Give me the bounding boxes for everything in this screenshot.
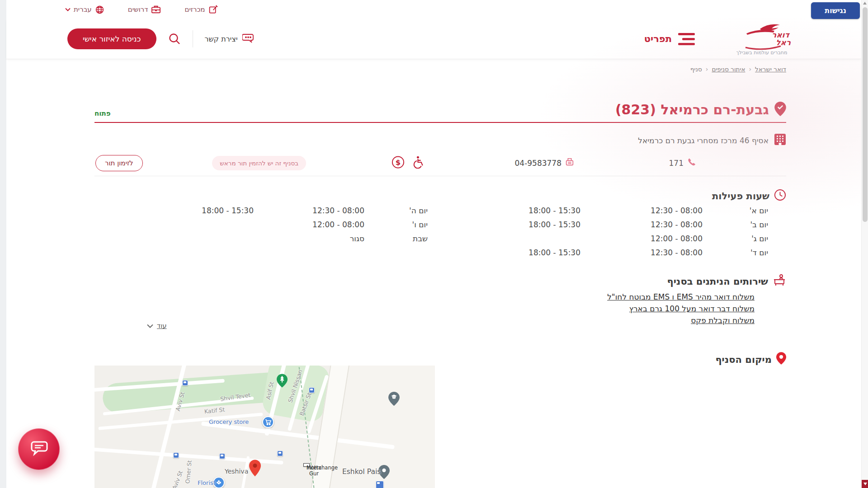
- yeshiva-label[interactable]: Yeshiva: [225, 468, 248, 475]
- services-title-label: שירותים הניתנים בסניף: [667, 276, 768, 287]
- day-label: יום ד': [716, 248, 768, 257]
- accessibility-button[interactable]: נגישות: [811, 2, 860, 19]
- branch-pin-icon: [774, 102, 786, 118]
- contact-us-link[interactable]: יצירת קשר: [205, 33, 254, 45]
- location-title-label: מיקום הסניף: [715, 354, 772, 365]
- breadcrumb-separator: ‹: [706, 66, 708, 73]
- morning-hours: 12:30 - 08:00: [594, 206, 703, 215]
- transit-station-icon[interactable]: [277, 450, 283, 456]
- header-actions: יצירת קשר כניסה לאיזור אישי: [67, 28, 254, 49]
- florist-label[interactable]: Florist: [198, 479, 216, 486]
- branch-title-row: גבעת-רם כרמיאל (823) פתוח: [94, 97, 786, 123]
- breadcrumb-separator: ‹: [749, 66, 752, 73]
- service-link-fax[interactable]: משלוח וקבלת פקס: [607, 316, 755, 325]
- israel-post-logo[interactable]: דואר ישראל מחברים עולמות בשבילך: [730, 23, 793, 56]
- grocery-store-icon[interactable]: [262, 416, 274, 428]
- hours-row: יום ה' 12:30 - 08:00 18:00 - 15:30: [94, 205, 440, 216]
- day-label: יום ה': [369, 206, 428, 215]
- morning-hours: 12:00 - 08:00: [594, 234, 703, 243]
- more-label: עוד: [157, 322, 167, 330]
- evening-hours: 18:00 - 15:30: [147, 206, 254, 215]
- transit-station-icon[interactable]: [309, 387, 315, 393]
- morning-hours: סגור: [258, 234, 364, 243]
- page-sheet: מכרזים דרושים עברית: [6, 0, 861, 488]
- breadcrumb: דואר ישראל ‹ איתור סניפים ‹ סניף: [690, 66, 786, 73]
- language-switcher[interactable]: עברית: [65, 5, 104, 14]
- book-appointment-button[interactable]: לזימון תור: [95, 155, 143, 171]
- hours-column-sun-wed: יום א' 12:30 - 08:00 18:00 - 15:30 יום ב…: [440, 205, 786, 258]
- chevron-down-icon: [147, 322, 153, 330]
- appointment-note-badge: בסניף זה יש להזמין תור מראש: [212, 156, 306, 170]
- jobs-link[interactable]: דרושים: [128, 5, 161, 14]
- tenders-link[interactable]: מכרזים: [184, 5, 217, 14]
- phone-group: 171: [669, 157, 697, 169]
- evening-hours: 18:00 - 15:30: [472, 248, 580, 257]
- day-label: יום ו': [369, 220, 428, 229]
- eshkol-pais-label[interactable]: Eshkol Pais: [342, 468, 381, 476]
- main-header: דואר ישראל מחברים עולמות בשבילך תפריט יצ…: [6, 19, 861, 59]
- hours-row: יום ג' 12:00 - 08:00: [440, 233, 786, 244]
- day-label: יום ג': [716, 234, 768, 243]
- street-label: Omer St: [184, 460, 193, 484]
- currency-exchange-icon: $: [392, 156, 405, 171]
- location-section-title: מיקום הסניף: [715, 352, 786, 367]
- chat-fab-button[interactable]: [18, 428, 60, 470]
- transit-station-icon[interactable]: [376, 481, 384, 488]
- breadcrumb-home[interactable]: דואר ישראל: [755, 66, 786, 73]
- transit-station-icon[interactable]: [182, 380, 188, 386]
- street-label: Katif St: [204, 406, 225, 415]
- morning-hours: 12:30 - 08:00: [258, 206, 364, 215]
- hours-row: יום ב' 12:30 - 08:00 18:00 - 15:30: [440, 219, 786, 230]
- hours-row: יום ו' 12:00 - 08:00: [94, 219, 440, 230]
- hours-section-title: שעות פעילות: [712, 189, 786, 203]
- chevron-down-icon: [65, 8, 71, 11]
- scroll-down-arrow-icon[interactable]: [862, 480, 868, 488]
- pencil-icon: [208, 5, 218, 14]
- svg-text:$: $: [396, 158, 401, 167]
- hours-row: שבת סגור: [94, 233, 440, 244]
- evening-hours: 18:00 - 15:30: [472, 206, 580, 215]
- service-counter-icon: [773, 273, 786, 289]
- fax-number: 04-9583778: [515, 159, 561, 168]
- search-icon[interactable]: [168, 33, 181, 45]
- services-section-title: שירותים הניתנים בסניף: [667, 273, 786, 289]
- globe-icon: [95, 5, 104, 14]
- login-button[interactable]: כניסה לאיזור אישי: [67, 28, 156, 49]
- phone-number[interactable]: 171: [669, 159, 684, 168]
- breadcrumb-branches[interactable]: איתור סניפים: [712, 66, 745, 73]
- branch-location-map[interactable]: Aviv St Shvil Tevet Katif St Asif St Shv…: [94, 366, 435, 488]
- morning-hours: 12:30 - 08:00: [594, 248, 703, 257]
- menu-label: תפריט: [644, 33, 672, 44]
- address-row: אסיף 46 מרכז מסחרי גבעת רם כרמיאל: [638, 133, 786, 147]
- contact-label: יצירת קשר: [205, 35, 238, 43]
- more-services-toggle[interactable]: עוד: [147, 322, 167, 330]
- breadcrumb-current: סניף: [690, 66, 702, 73]
- hours-title-label: שעות פעילות: [712, 191, 769, 202]
- services-links: משלוח דואר מהיר EMS ו EMS מבוטח לחו"ל מש…: [607, 292, 755, 325]
- service-link-over-100g[interactable]: משלוח דבר דואר מעל 100 גרם בארץ: [607, 304, 755, 313]
- street-label: Aviv St: [171, 470, 184, 488]
- day-label: יום ב': [716, 220, 768, 229]
- morning-hours: 12:30 - 08:00: [594, 220, 703, 229]
- tenders-label: מכרזים: [184, 5, 205, 14]
- day-label: יום א': [716, 206, 768, 215]
- phone-icon: [687, 157, 697, 169]
- menu-button[interactable]: תפריט: [644, 33, 695, 45]
- briefcase-icon: [151, 5, 161, 14]
- logo-tagline: מחברים עולמות בשבילך: [736, 50, 788, 56]
- page-title: גבעת-רם כרמיאל (823): [615, 102, 769, 117]
- service-link-ems[interactable]: משלוח דואר מהיר EMS ו EMS מבוטח לחו"ל: [607, 292, 755, 301]
- branch-address: אסיף 46 מרכז מסחרי גבעת רם כרמיאל: [638, 136, 769, 145]
- scrollbar-thumb[interactable]: [863, 7, 868, 222]
- logo-word-2: ישראל: [776, 38, 791, 47]
- utility-bar: מכרזים דרושים עברית: [6, 0, 861, 19]
- hours-row: יום ד' 12:30 - 08:00 18:00 - 15:30: [440, 247, 786, 258]
- map-pin-icon: [776, 352, 786, 367]
- transit-station-icon[interactable]: [173, 452, 179, 458]
- scroll-up-arrow-icon[interactable]: [863, 2, 867, 5]
- transit-station-icon[interactable]: [219, 453, 225, 459]
- vertical-scrollbar[interactable]: [861, 0, 868, 488]
- wheelchair-accessibility-icon: [412, 156, 425, 171]
- day-label: שבת: [369, 234, 428, 243]
- grocery-store-label[interactable]: Grocery store: [209, 418, 249, 425]
